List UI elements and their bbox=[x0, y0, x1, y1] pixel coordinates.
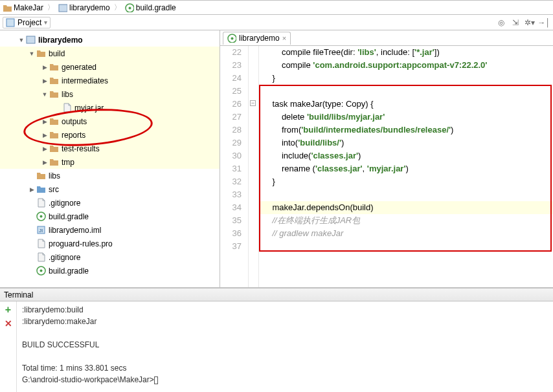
tree-toggle-icon[interactable]: ▼ bbox=[41, 91, 48, 98]
code-line-36[interactable]: // gradlew makeJar bbox=[259, 227, 553, 240]
tree-node-proguard-rules-pro[interactable]: proguard-rules.pro bbox=[0, 237, 220, 250]
breadcrumbs: MakeJar 〉 librarydemo 〉 build.gradle bbox=[0, 1, 553, 15]
code-line-34[interactable]: makeJar.dependsOn(build) bbox=[259, 201, 553, 214]
tree-node-tmp[interactable]: ▶tmp bbox=[0, 155, 220, 169]
code-line-27[interactable]: delete 'build/libs/myjar.jar' bbox=[259, 111, 553, 124]
code-line-23[interactable]: compile 'com.android.support:appcompat-v… bbox=[259, 59, 553, 72]
tree-toggle-icon bbox=[54, 105, 61, 111]
project-panel-header: Project ▾ ◎ ⇲ ✲▾ →│ bbox=[0, 15, 553, 30]
tree-node-label: librarydemo.iml bbox=[49, 226, 101, 235]
terminal-line: Total time: 1 mins 33.801 secs bbox=[22, 362, 548, 374]
tree-node--gitignore[interactable]: .gitignore bbox=[0, 250, 220, 264]
tree-node-generated[interactable]: ▶generated bbox=[0, 60, 220, 74]
tree-node-label: generated bbox=[62, 63, 96, 72]
folder-icon bbox=[49, 76, 59, 85]
scroll-from-source-icon[interactable]: ◎ bbox=[496, 17, 506, 28]
fold-gutter[interactable]: − bbox=[249, 46, 259, 287]
code-line-35[interactable]: //在终端执行生成JAR包 bbox=[259, 214, 553, 227]
project-view-selector[interactable]: Project ▾ bbox=[3, 17, 51, 28]
code-editor[interactable]: 22232425262728293031323334353637 − compi… bbox=[220, 46, 553, 287]
tree-node-build-gradle[interactable]: build.gradle bbox=[0, 210, 220, 223]
tree-node-outputs[interactable]: ▶outputs bbox=[0, 114, 220, 128]
editor-tab-librarydemo[interactable]: librarydemo × bbox=[223, 32, 291, 45]
tree-node-build-gradle[interactable]: build.gradle bbox=[0, 264, 220, 278]
folder-icon bbox=[49, 116, 59, 126]
tree-toggle-icon[interactable]: ▶ bbox=[41, 159, 48, 166]
tree-node-src[interactable]: ▶src bbox=[0, 182, 220, 196]
tree-toggle-icon[interactable]: ▶ bbox=[41, 118, 48, 125]
code-line-30[interactable]: include('classes.jar') bbox=[259, 149, 553, 162]
folder-icon bbox=[49, 62, 59, 72]
tree-toggle-icon[interactable]: ▶ bbox=[28, 186, 35, 193]
add-terminal-icon[interactable]: + bbox=[5, 304, 11, 316]
tree-node-label: proguard-rules.pro bbox=[49, 239, 113, 248]
file-icon bbox=[36, 239, 46, 248]
tree-node-label: intermediates bbox=[62, 76, 108, 85]
code-line-37[interactable] bbox=[259, 240, 553, 253]
folder-icon bbox=[49, 157, 59, 167]
code-line-22[interactable]: compile fileTree(dir: 'libs', include: [… bbox=[259, 46, 553, 59]
fold-marker-icon[interactable]: − bbox=[250, 100, 256, 106]
tree-node-label: outputs bbox=[62, 117, 87, 126]
folder-src-icon bbox=[36, 184, 46, 194]
crumb-librarydemo[interactable]: librarydemo bbox=[57, 3, 111, 12]
tree-toggle-icon[interactable]: ▶ bbox=[41, 78, 48, 84]
collapse-all-icon[interactable]: ⇲ bbox=[510, 17, 521, 28]
project-tree-panel: ▼librarydemo▼build▶generated▶intermediat… bbox=[0, 30, 220, 287]
folder-icon bbox=[36, 171, 46, 180]
project-tree[interactable]: ▼librarydemo▼build▶generated▶intermediat… bbox=[0, 30, 220, 278]
code-line-29[interactable]: into('build/libs/') bbox=[259, 136, 553, 149]
terminal-header[interactable]: Terminal bbox=[0, 289, 553, 301]
code-line-26[interactable]: task makeJar(type: Copy) { bbox=[259, 98, 553, 111]
close-terminal-icon[interactable]: ✕ bbox=[5, 318, 12, 329]
tree-node-label: .gitignore bbox=[49, 199, 80, 208]
code-line-24[interactable]: } bbox=[259, 72, 553, 85]
tree-node-intermediates[interactable]: ▶intermediates bbox=[0, 74, 220, 87]
gear-icon[interactable]: ✲▾ bbox=[525, 17, 535, 28]
terminal-prompt[interactable]: G:\android-studio-workpace\MakeJar> bbox=[22, 374, 548, 386]
tree-toggle-icon bbox=[28, 268, 35, 274]
tree-toggle-icon[interactable]: ▼ bbox=[28, 50, 35, 57]
code-line-32[interactable]: } bbox=[259, 175, 553, 188]
crumb-buildgradle[interactable]: build.gradle bbox=[124, 3, 177, 12]
tree-node-libs[interactable]: libs bbox=[0, 169, 220, 182]
tree-node-librarydemo-iml[interactable]: librarydemo.iml bbox=[0, 223, 220, 237]
tree-node-librarydemo[interactable]: ▼librarydemo bbox=[0, 33, 220, 47]
code-content[interactable]: compile fileTree(dir: 'libs', include: [… bbox=[259, 46, 553, 287]
tree-node-label: libs bbox=[62, 90, 73, 99]
terminal-controls: + ✕ bbox=[0, 301, 17, 392]
tree-node-myjar-jar[interactable]: myjar.jar bbox=[0, 101, 220, 114]
tree-toggle-icon[interactable]: ▶ bbox=[41, 132, 48, 138]
tree-node-label: reports bbox=[62, 131, 85, 140]
tree-toggle-icon bbox=[28, 213, 35, 220]
chevron-right-icon: 〉 bbox=[111, 3, 124, 12]
tree-toggle-icon[interactable]: ▶ bbox=[41, 146, 48, 152]
code-line-28[interactable]: from('build/intermediates/bundles/releas… bbox=[259, 124, 553, 136]
tree-node-reports[interactable]: ▶reports bbox=[0, 128, 220, 142]
tree-toggle-icon bbox=[28, 227, 35, 234]
tree-node-build[interactable]: ▼build bbox=[0, 47, 220, 60]
code-line-33[interactable] bbox=[259, 188, 553, 201]
tree-node-label: build.gradle bbox=[49, 267, 89, 276]
iml-icon bbox=[36, 225, 46, 235]
tree-node-libs[interactable]: ▼libs bbox=[0, 87, 220, 101]
line-number-gutter: 22232425262728293031323334353637 bbox=[220, 46, 249, 287]
code-line-25[interactable] bbox=[259, 85, 553, 98]
tree-node--gitignore[interactable]: .gitignore bbox=[0, 196, 220, 210]
terminal-output[interactable]: :librarydemo:build:librarydemo:makeJar B… bbox=[17, 301, 553, 392]
tree-toggle-icon[interactable]: ▼ bbox=[18, 37, 25, 43]
hide-panel-icon[interactable]: →│ bbox=[539, 17, 549, 28]
tree-node-label: libs bbox=[49, 171, 60, 180]
tree-node-label: build bbox=[49, 49, 65, 58]
terminal-panel: Terminal + ✕ :librarydemo:build:libraryd… bbox=[0, 288, 553, 392]
folder-icon bbox=[49, 130, 59, 140]
editor-tabs: librarydemo × bbox=[220, 30, 553, 46]
terminal-line bbox=[22, 327, 548, 339]
file-icon bbox=[36, 252, 46, 262]
tree-node-label: librarydemo bbox=[38, 36, 83, 45]
tree-toggle-icon[interactable]: ▶ bbox=[41, 64, 48, 71]
close-icon[interactable]: × bbox=[282, 34, 286, 42]
code-line-31[interactable]: rename ('classes.jar', 'myjar.jar') bbox=[259, 162, 553, 175]
tree-node-test-results[interactable]: ▶test-results bbox=[0, 142, 220, 155]
crumb-makejar[interactable]: MakeJar bbox=[1, 3, 45, 12]
